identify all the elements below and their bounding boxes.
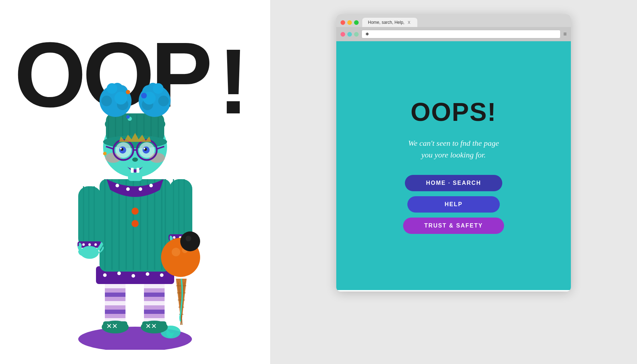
svg-point-77 xyxy=(172,248,180,256)
svg-point-129 xyxy=(132,157,138,162)
browser-tab[interactable]: Home, sarch, Help, X xyxy=(362,18,417,27)
error-message: We can't seen to fnd the page you yore l… xyxy=(408,137,499,161)
svg-point-99 xyxy=(101,96,112,106)
svg-point-47 xyxy=(132,208,139,215)
error-message-line2: you yore looking for. xyxy=(408,149,499,161)
svg-point-101 xyxy=(107,83,117,94)
browser-tab-bar: Home, sarch, Help, X xyxy=(341,18,567,27)
traffic-lights-bottom xyxy=(341,32,359,37)
svg-rect-4 xyxy=(105,293,125,297)
svg-rect-131 xyxy=(136,168,139,173)
svg-point-63 xyxy=(173,236,176,239)
traffic-light-mint[interactable] xyxy=(354,32,359,37)
browser-nav-buttons: HOME · SEARCH HELP TRUST & SAFETY xyxy=(403,175,504,234)
svg-point-80 xyxy=(186,236,191,241)
traffic-light-pink[interactable] xyxy=(341,32,345,37)
browser-chrome: Home, sarch, Help, X xyxy=(336,14,571,27)
svg-point-44 xyxy=(126,187,130,191)
tab-close-button[interactable]: X xyxy=(407,20,412,25)
svg-rect-15 xyxy=(103,321,127,328)
svg-rect-10 xyxy=(144,293,165,297)
address-bar[interactable]: ✱ xyxy=(362,30,561,38)
svg-point-128 xyxy=(144,148,145,150)
trust-safety-button[interactable]: TRUST & SAFETY xyxy=(403,218,504,234)
svg-point-45 xyxy=(139,187,142,191)
svg-point-55 xyxy=(89,243,91,246)
svg-rect-6 xyxy=(105,310,125,314)
browser-content: OOPS! We can't seen to fnd the page you … xyxy=(336,41,571,290)
svg-point-113 xyxy=(126,90,130,94)
svg-point-56 xyxy=(95,243,97,246)
svg-rect-12 xyxy=(144,310,165,314)
error-title: OOPS! xyxy=(411,97,497,127)
help-button[interactable]: HELP xyxy=(407,196,500,213)
address-favicon: ✱ xyxy=(365,32,369,37)
svg-point-79 xyxy=(180,231,200,251)
illustration-panel: OOP ! xyxy=(0,0,270,364)
tab-label: Home, sarch, Help, xyxy=(368,20,405,25)
traffic-lights-top xyxy=(341,20,359,25)
svg-point-112 xyxy=(141,93,147,98)
traffic-light-yellow[interactable] xyxy=(347,20,352,25)
traffic-light-cyan[interactable] xyxy=(347,32,352,37)
traffic-light-green[interactable] xyxy=(354,20,359,25)
svg-point-57 xyxy=(80,246,99,259)
svg-rect-5 xyxy=(105,301,125,305)
svg-rect-49 xyxy=(78,186,101,248)
right-panel: Home, sarch, Help, X ✱ ≡ OOPS! We can't … xyxy=(270,0,637,364)
svg-point-27 xyxy=(103,273,107,277)
svg-point-108 xyxy=(158,96,169,106)
svg-point-48 xyxy=(132,220,139,227)
traffic-light-red[interactable] xyxy=(341,20,345,25)
home-search-button[interactable]: HOME · SEARCH xyxy=(405,175,503,191)
svg-rect-11 xyxy=(144,301,165,305)
character-illustration xyxy=(50,58,220,350)
svg-point-54 xyxy=(82,243,85,246)
browser-menu-button[interactable]: ≡ xyxy=(563,31,567,37)
svg-point-43 xyxy=(116,184,119,187)
svg-point-46 xyxy=(149,184,153,187)
svg-point-102 xyxy=(114,92,127,105)
svg-point-29 xyxy=(132,274,135,278)
svg-rect-21 xyxy=(142,321,166,328)
svg-rect-9 xyxy=(144,284,165,288)
browser-window: Home, sarch, Help, X ✱ ≡ OOPS! We can't … xyxy=(336,14,571,291)
svg-point-132 xyxy=(103,152,107,155)
svg-point-127 xyxy=(120,148,122,150)
svg-point-28 xyxy=(117,272,121,275)
svg-rect-3 xyxy=(105,284,125,288)
svg-point-31 xyxy=(160,273,164,277)
error-message-line1: We can't seen to fnd the page xyxy=(408,137,499,149)
svg-point-30 xyxy=(146,272,149,276)
browser-toolbar: ✱ ≡ xyxy=(336,27,571,41)
exclamation-text: ! xyxy=(218,28,249,135)
svg-point-134 xyxy=(126,115,130,119)
svg-rect-130 xyxy=(131,168,134,173)
svg-point-110 xyxy=(153,83,164,94)
